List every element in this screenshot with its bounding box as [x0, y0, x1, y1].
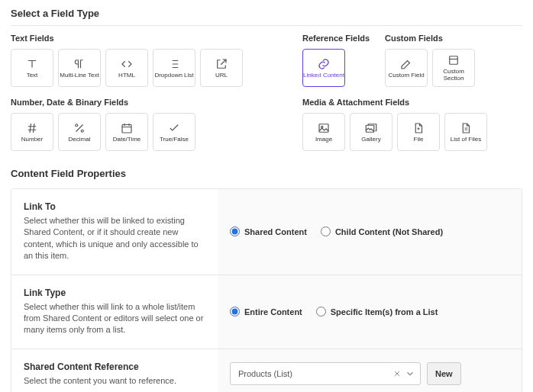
reference-selected-value: Products (List) [238, 369, 392, 378]
tile-label: Date/Time [113, 137, 141, 143]
code-icon [120, 57, 134, 71]
field-tile-gallery[interactable]: Gallery [350, 113, 392, 151]
text-icon [25, 57, 39, 71]
field-tile-text[interactable]: Text [11, 49, 53, 87]
section-title-number-fields: Number, Date & Binary Fields [11, 98, 293, 107]
hash-icon [25, 121, 39, 135]
prop-reference-desc: Select the content you want to reference… [24, 375, 205, 387]
prop-link-type-label: Link Type [24, 288, 205, 298]
field-tile-html[interactable]: HTML [105, 49, 148, 87]
file-list-icon [459, 121, 473, 135]
field-tile-multiline[interactable]: Multi-Line Text [58, 49, 101, 87]
field-tile-filelist[interactable]: List of Files [444, 113, 487, 151]
field-tile-url[interactable]: URL [200, 49, 243, 87]
field-tile-custom-field[interactable]: Custom Field [385, 49, 428, 87]
field-tile-linked-content[interactable]: Linked Content [302, 49, 345, 87]
file-icon [412, 121, 425, 135]
list-icon [167, 57, 181, 71]
radio-label: Entire Content [244, 307, 302, 316]
gallery-icon [364, 121, 378, 135]
svg-rect-3 [122, 124, 131, 133]
check-icon [167, 121, 181, 135]
chevron-down-icon[interactable] [405, 368, 415, 379]
radio-child-content[interactable]: Child Content (Not Shared) [321, 227, 443, 236]
prop-reference-label: Shared Content Reference [24, 361, 205, 372]
prop-link-to-label: Link To [24, 201, 205, 212]
tile-label: Number [21, 137, 43, 143]
tile-label: HTML [118, 72, 135, 79]
tile-label: Dropdown List [154, 72, 193, 79]
radio-input[interactable] [230, 307, 240, 316]
svg-rect-0 [450, 56, 458, 65]
svg-point-2 [81, 130, 83, 132]
link-icon [317, 57, 331, 71]
properties-title: Content Field Properties [11, 168, 522, 179]
field-tile-number[interactable]: Number [11, 113, 53, 151]
prop-link-to-desc: Select whether this will be linked to ex… [24, 215, 205, 262]
radio-specific-items[interactable]: Specific Item(s) from a List [316, 307, 438, 316]
calendar-icon [120, 121, 134, 135]
field-tile-decimal[interactable]: Decimal [58, 113, 101, 151]
radio-input[interactable] [321, 227, 331, 236]
tile-label: Linked Content [303, 72, 344, 79]
field-tile-custom-section[interactable]: Custom Section [432, 49, 475, 87]
properties-panel: Link To Select whether this will be link… [11, 188, 522, 392]
tile-label: Gallery [361, 137, 380, 143]
tile-label: True/False [160, 137, 189, 143]
radio-entire-content[interactable]: Entire Content [230, 307, 302, 316]
external-link-icon [215, 57, 228, 71]
divider [11, 25, 522, 26]
paragraph-icon [73, 57, 86, 71]
edit-icon [399, 57, 413, 71]
field-tile-dropdown[interactable]: Dropdown List [153, 49, 195, 87]
tile-label: Decimal [69, 137, 91, 143]
radio-input[interactable] [230, 227, 240, 236]
section-title-reference-fields: Reference Fields [302, 34, 370, 43]
radio-label: Shared Content [244, 227, 307, 236]
radio-label: Specific Item(s) from a List [331, 307, 438, 316]
tile-label: List of Files [451, 137, 481, 143]
new-button-label: New [435, 369, 453, 378]
field-tile-image[interactable]: Image [302, 113, 345, 151]
tile-label: Text [27, 72, 38, 79]
radio-input[interactable] [316, 307, 326, 316]
tile-label: Image [315, 137, 332, 143]
svg-point-1 [76, 124, 78, 126]
svg-rect-4 [319, 124, 328, 132]
image-icon [317, 121, 331, 135]
page-title: Select a Field Type [11, 8, 522, 19]
tile-label: URL [215, 72, 228, 79]
radio-shared-content[interactable]: Shared Content [230, 227, 307, 236]
tile-label: Custom Section [433, 69, 474, 82]
section-icon [447, 53, 460, 67]
new-button[interactable]: New [427, 362, 461, 385]
prop-link-type-desc: Select whether this will link to a whole… [24, 301, 205, 336]
field-tile-file[interactable]: File [397, 113, 440, 151]
field-tile-datetime[interactable]: Date/Time [105, 113, 148, 151]
section-title-media-fields: Media & Attachment Fields [302, 98, 487, 107]
tile-label: Multi-Line Text [60, 72, 99, 79]
reference-select[interactable]: Products (List) [230, 362, 421, 385]
tile-label: Custom Field [388, 72, 424, 79]
section-title-custom-fields: Custom Fields [385, 34, 475, 43]
section-title-text-fields: Text Fields [11, 34, 293, 43]
radio-label: Child Content (Not Shared) [335, 227, 443, 236]
percent-icon [73, 121, 86, 135]
clear-icon[interactable] [392, 369, 402, 378]
tile-label: File [414, 137, 424, 143]
field-tile-boolean[interactable]: True/False [153, 113, 195, 151]
